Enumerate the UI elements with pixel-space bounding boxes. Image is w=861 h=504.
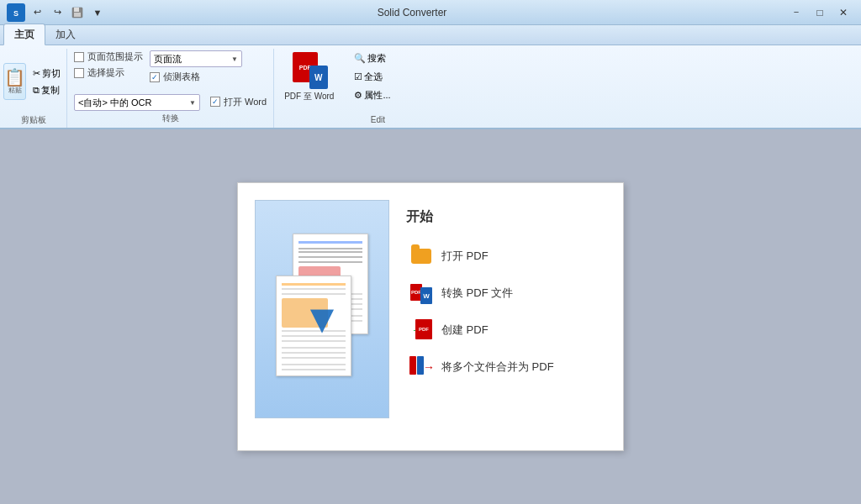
welcome-title: 开始 <box>406 208 606 226</box>
doc-stack: ▼ <box>267 234 377 385</box>
open-pdf-icon <box>409 244 433 268</box>
convert-pdf-icon: PDF → W <box>409 281 433 305</box>
minimize-button[interactable]: － <box>785 4 807 21</box>
paste-area: 📋 粘贴 ✂ 剪切 ⧉ 复制 <box>3 50 63 113</box>
ocr-select[interactable]: <自动> 中的 OCR ▼ <box>74 94 200 111</box>
clipboard-group: 📋 粘贴 ✂ 剪切 ⧉ 复制 剪贴板 <box>0 49 67 128</box>
pdf-to-word-label: PDF 至 Word <box>284 91 334 102</box>
edit-buttons: 🔍 搜索 ☑ 全选 ⚙ 属性... <box>351 50 404 113</box>
word-box-icon: W <box>309 66 328 89</box>
merge-icon: → <box>409 356 433 378</box>
clipboard-group-label: 剪贴板 <box>3 114 63 126</box>
convert-pdf-button[interactable]: PDF → W 转换 PDF 文件 <box>406 276 606 310</box>
select-all-label: 全选 <box>364 71 383 83</box>
merge-pdf-label: 将多个文件合并为 PDF <box>441 360 554 375</box>
svg-text:S: S <box>13 9 18 18</box>
convert-pdf-label: 转换 PDF 文件 <box>441 286 513 301</box>
select-all-icon: ☑ <box>354 71 362 82</box>
select-hint-checkbox[interactable] <box>74 68 84 78</box>
page-range-checkbox[interactable] <box>74 52 84 62</box>
welcome-panel: ▼ 开始 <box>237 182 624 451</box>
edit-group: 🔍 搜索 ☑ 全选 ⚙ 属性... Edit <box>344 49 411 128</box>
select-all-button[interactable]: ☑ 全选 <box>351 69 404 84</box>
pdf-to-word-icon: PDF → W <box>291 52 328 89</box>
properties-button[interactable]: ⚙ 属性... <box>351 87 404 102</box>
page-flow-value: 页面流 <box>154 53 182 66</box>
convert-group-label: 转换 <box>74 113 267 126</box>
detect-table-label: 侦测表格 <box>163 71 200 83</box>
window-title: Solid Converter <box>39 7 785 18</box>
convert-checkboxes: 页面范围提示 选择提示 <box>74 50 143 79</box>
page-range-label: 页面范围提示 <box>87 50 143 63</box>
page-flow-select[interactable]: 页面流 ▼ <box>150 50 242 67</box>
search-button[interactable]: 🔍 搜索 <box>351 50 404 66</box>
cut-label: 剪切 <box>42 67 61 80</box>
folder-icon <box>411 249 431 264</box>
open-pdf-button[interactable]: 打开 PDF <box>406 239 606 273</box>
open-word-checkbox[interactable] <box>210 97 220 107</box>
convert-top: 页面范围提示 选择提示 页面流 ▼ 侦测表格 <box>74 50 267 89</box>
scissors-icon: ✂ <box>33 68 40 79</box>
window-controls: － □ ✕ <box>785 4 854 21</box>
pdf-to-word-button[interactable]: PDF → W PDF 至 Word <box>277 49 341 128</box>
clipboard-buttons: ✂ 剪切 ⧉ 复制 <box>29 66 64 97</box>
page-flow-dropdown-icon: ▼ <box>231 55 238 63</box>
merge-pdf-button[interactable]: → 将多个文件合并为 PDF <box>406 350 606 384</box>
tab-insert[interactable]: 加入 <box>45 24 86 45</box>
close-button[interactable]: ✕ <box>832 4 854 21</box>
search-label: 搜索 <box>367 52 386 65</box>
create-pdf-icon: → PDF <box>409 318 433 342</box>
convert-bottom-row: <自动> 中的 OCR ▼ 打开 Word <box>74 92 267 111</box>
open-word-label: 打开 Word <box>224 96 267 108</box>
tab-main[interactable]: 主页 <box>3 24 45 45</box>
properties-icon: ⚙ <box>354 90 362 101</box>
convert-group: 页面范围提示 选择提示 页面流 ▼ 侦测表格 <自动> 中 <box>67 49 274 128</box>
paste-button[interactable]: 📋 粘贴 <box>3 63 26 100</box>
detect-table-checkbox[interactable] <box>150 72 160 82</box>
detect-table-row[interactable]: 侦测表格 <box>150 71 200 83</box>
open-word-row[interactable]: 打开 Word <box>210 96 267 108</box>
copy-icon: ⧉ <box>33 85 40 96</box>
properties-label: 属性... <box>364 89 390 102</box>
create-pdf-label: 创建 PDF <box>441 323 489 338</box>
convert-icon: PDF → W <box>410 282 432 304</box>
app-logo: S <box>7 3 25 22</box>
create-pdf-button[interactable]: → PDF 创建 PDF <box>406 313 606 347</box>
convert-right: 页面流 ▼ 侦测表格 <box>150 50 242 83</box>
welcome-right: 开始 打开 PDF PDF → W 转换 PDF 文件 <box>406 200 606 433</box>
paste-label: 粘贴 <box>8 86 22 95</box>
title-bar: S ↩ ↪ ▼ Solid Converter － □ ✕ <box>0 0 861 25</box>
create-icon: → PDF <box>410 319 432 341</box>
page-range-checkbox-row[interactable]: 页面范围提示 <box>74 50 143 63</box>
select-hint-checkbox-row[interactable]: 选择提示 <box>74 66 143 79</box>
open-pdf-label: 打开 PDF <box>441 249 489 264</box>
edit-group-label: Edit <box>351 115 404 126</box>
cut-button[interactable]: ✂ 剪切 <box>29 66 64 81</box>
copy-button[interactable]: ⧉ 复制 <box>29 82 64 97</box>
ocr-value: <自动> 中的 OCR <box>78 97 151 109</box>
main-content: ▼ 开始 <box>0 129 861 504</box>
big-arrow-icon: ▼ <box>302 296 342 342</box>
copy-label: 复制 <box>41 84 60 97</box>
ocr-dropdown-icon: ▼ <box>189 99 196 107</box>
merge-pdf-icon: → <box>409 355 433 379</box>
maximize-button[interactable]: □ <box>809 4 831 21</box>
select-hint-label: 选择提示 <box>87 66 124 79</box>
ribbon-tabs: 主页 加入 ? <box>0 25 861 45</box>
paste-icon: 📋 <box>4 69 25 86</box>
search-icon: 🔍 <box>354 53 366 64</box>
ribbon: 📋 粘贴 ✂ 剪切 ⧉ 复制 剪贴板 页面范围提示 <box>0 45 861 129</box>
welcome-image: ▼ <box>255 200 389 418</box>
